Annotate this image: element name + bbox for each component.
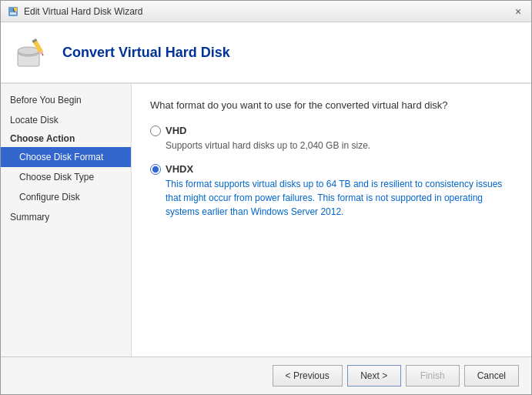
question-text: What format do you want to use for the c… — [150, 99, 513, 111]
vhdx-radio[interactable] — [150, 164, 161, 175]
next-button[interactable]: Next > — [347, 365, 401, 387]
vhdx-description: This format supports virtual disks up to… — [166, 177, 513, 219]
sidebar-item-summary[interactable]: Summary — [1, 207, 131, 227]
title-bar-left: Edit Virtual Hard Disk Wizard — [7, 5, 143, 18]
main-content: What format do you want to use for the c… — [132, 84, 531, 357]
sidebar-item-choose-action[interactable]: Choose Action — [1, 130, 131, 147]
svg-point-6 — [18, 47, 39, 55]
header-area: Convert Virtual Hard Disk — [1, 22, 531, 84]
vhd-label[interactable]: VHD — [150, 125, 513, 136]
sidebar-item-choose-disk-type[interactable]: Choose Disk Type — [1, 167, 131, 187]
vhd-radio[interactable] — [150, 126, 161, 136]
title-bar-text: Edit Virtual Hard Disk Wizard — [24, 6, 143, 17]
sidebar-item-before-you-begin[interactable]: Before You Begin — [1, 90, 131, 110]
sidebar-item-choose-disk-format[interactable]: Choose Disk Format — [1, 147, 131, 167]
vhd-option: VHD Supports virtual hard disks up to 2,… — [150, 125, 513, 152]
vhdx-option: VHDX This format supports virtual disks … — [150, 163, 513, 219]
content-area: Before You Begin Locate Disk Choose Acti… — [1, 84, 531, 357]
wizard-icon — [7, 5, 19, 18]
cancel-button[interactable]: Cancel — [464, 365, 519, 387]
vhd-option-label: VHD — [166, 125, 186, 136]
title-bar: Edit Virtual Hard Disk Wizard × — [1, 1, 531, 22]
header-title: Convert Virtual Hard Disk — [62, 45, 230, 61]
finish-button[interactable]: Finish — [406, 365, 460, 387]
vhdx-option-label: VHDX — [166, 163, 193, 175]
sidebar-item-locate-disk[interactable]: Locate Disk — [1, 110, 131, 130]
sidebar-item-configure-disk[interactable]: Configure Disk — [1, 187, 131, 207]
header-icon — [13, 34, 50, 71]
close-button[interactable]: × — [511, 5, 525, 18]
wizard-window: Edit Virtual Hard Disk Wizard × Convert … — [0, 0, 532, 395]
svg-rect-1 — [10, 12, 16, 15]
vhdx-label[interactable]: VHDX — [150, 163, 513, 175]
previous-button[interactable]: < Previous — [273, 365, 343, 387]
footer-area: < Previous Next > Finish Cancel — [1, 357, 531, 394]
vhd-description: Supports virtual hard disks up to 2,040 … — [166, 139, 513, 152]
sidebar: Before You Begin Locate Disk Choose Acti… — [1, 84, 132, 357]
